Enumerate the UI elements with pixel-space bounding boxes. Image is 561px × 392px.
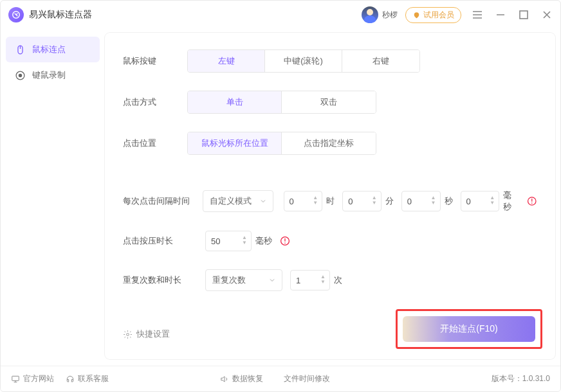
repeat-mode-value: 重复次数 [212,274,246,286]
mouse-button-label: 鼠标按键 [123,55,187,67]
file-time-link[interactable]: 文件时间修改 [284,373,330,384]
min-unit: 分 [385,195,394,207]
seg-left-button[interactable]: 左键 [188,50,265,72]
trial-label: 试用会员 [423,10,454,21]
trial-badge[interactable]: 试用会员 [405,7,461,23]
svg-rect-10 [12,376,19,380]
svg-point-6 [531,202,533,204]
click-mode-label: 点击方式 [123,96,187,108]
content-panel: 鼠标按键 左键 中键(滚轮) 右键 点击方式 单击 双击 点击位置 鼠标光标所在… [105,33,555,359]
monitor-icon [11,375,20,384]
click-mode-seg: 单击 双击 [187,91,376,114]
user-name: 秒椤 [382,10,398,21]
start-button-highlight: 开始连点(F10) [396,309,542,349]
seg-middle-button[interactable]: 中键(滚轮) [265,50,342,72]
spin-down-icon[interactable]: ▼ [242,241,248,246]
sidebar-item-label: 鼠标连点 [32,44,66,55]
contact-link[interactable]: 联系客服 [66,373,109,384]
user-area[interactable]: 秒椤 [362,6,398,23]
repeat-label: 重复次数和时长 [123,274,205,286]
official-site-link[interactable]: 官方网站 [11,373,54,384]
sidebar: 鼠标连点 键鼠录制 [1,29,105,363]
sidebar-item-mouse-click[interactable]: 鼠标连点 [6,37,100,62]
warning-icon [527,196,537,206]
repeat-unit: 次 [334,274,342,286]
spin-down-icon[interactable]: ▼ [431,201,437,206]
seg-cursor-pos[interactable]: 鼠标光标所在位置 [188,132,282,154]
click-pos-label: 点击位置 [123,138,187,149]
spin-down-icon[interactable]: ▼ [490,201,496,206]
seg-double-click[interactable]: 双击 [282,91,376,113]
repeat-mode-select[interactable]: 重复次数 [205,269,282,291]
ms-unit: 毫秒 [503,190,519,213]
chevron-down-icon [260,198,266,204]
warning-icon [280,236,290,246]
start-button[interactable]: 开始连点(F10) [403,316,535,342]
click-pos-seg: 鼠标光标所在位置 点击指定坐标 [187,132,376,155]
official-site-label: 官方网站 [23,373,54,384]
seg-fixed-pos[interactable]: 点击指定坐标 [282,132,376,154]
app-logo [8,7,24,22]
quick-setting-link[interactable]: 快捷设置 [123,328,170,340]
svg-point-8 [284,242,286,244]
sidebar-item-label: 键鼠录制 [32,69,66,81]
svg-rect-1 [520,11,528,19]
quick-setting-label: 快捷设置 [136,328,170,340]
speaker-icon [220,375,229,384]
avatar [362,6,378,23]
press-duration-label: 点击按压时长 [123,235,205,247]
sec-unit: 秒 [445,195,453,207]
repeat-count-input[interactable]: ▲▼ [290,270,330,290]
hour-unit: 时 [326,195,335,207]
app-title: 易兴鼠标连点器 [29,9,92,21]
maximize-icon[interactable] [518,9,529,21]
min-input[interactable]: ▲▼ [342,191,382,211]
svg-point-9 [127,333,129,335]
spin-down-icon[interactable]: ▼ [313,201,319,206]
sec-input[interactable]: ▲▼ [401,191,441,211]
mouse-button-seg: 左键 中键(滚轮) 右键 [187,49,420,73]
minimize-icon[interactable] [495,9,506,21]
interval-label: 每次点击间隔时间 [123,195,203,207]
close-icon[interactable] [541,9,553,21]
data-recovery-link[interactable]: 数据恢复 [220,373,263,384]
seg-right-button[interactable]: 右键 [342,50,419,72]
menu-icon[interactable] [472,9,483,21]
record-icon [15,70,26,81]
footer: 官方网站 联系客服 数据恢复 文件时间修改 版本号：1.0.31.0 [1,366,560,391]
spin-down-icon[interactable]: ▼ [372,201,378,206]
file-time-label: 文件时间修改 [284,373,330,384]
press-duration-unit: 毫秒 [255,235,272,247]
sidebar-item-record[interactable]: 键鼠录制 [6,62,100,88]
seg-single-click[interactable]: 单击 [188,91,282,113]
hour-input[interactable]: ▲▼ [284,191,323,211]
spin-down-icon[interactable]: ▼ [320,280,327,285]
gear-icon [123,330,133,339]
data-recovery-label: 数据恢复 [232,373,263,384]
mouse-icon [15,44,26,55]
svg-point-4 [19,74,21,76]
interval-mode-select[interactable]: 自定义模式 [203,190,273,212]
press-duration-input[interactable]: ▲▼ [205,231,252,251]
ms-input[interactable]: ▲▼ [461,191,500,211]
headset-icon [66,375,75,384]
version-text: 版本号：1.0.31.0 [492,373,550,384]
titlebar: 易兴鼠标连点器 秒椤 试用会员 [1,1,560,29]
contact-label: 联系客服 [78,373,109,384]
interval-mode-value: 自定义模式 [210,195,252,207]
chevron-down-icon [269,277,275,283]
